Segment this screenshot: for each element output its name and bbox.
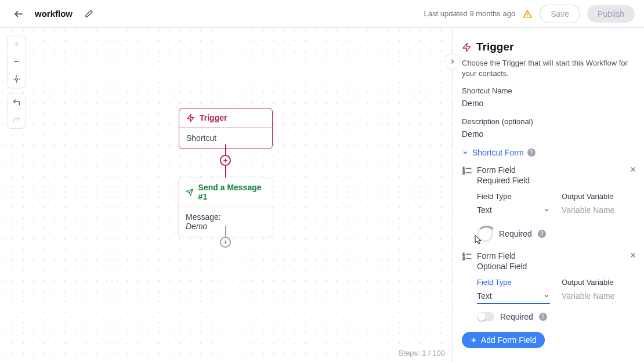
form-field-row: Field Type Text Output Variable Variable…: [462, 192, 635, 218]
zoom-tools: [7, 35, 26, 88]
output-var-col: Output Variable Variable Name: [562, 192, 635, 218]
undo-icon: [12, 98, 21, 107]
send-icon: [186, 188, 194, 197]
form-field-card-1: 12 Form Field Optional Field Field Type …: [462, 249, 635, 328]
add-form-field-button[interactable]: Add Form Field: [462, 332, 545, 348]
crosshair-icon: [12, 75, 21, 84]
required-label: Required: [500, 312, 533, 321]
form-field-subtitle[interactable]: Required Field: [477, 176, 635, 185]
back-button[interactable]: [9, 5, 28, 23]
publish-button[interactable]: Publish: [587, 5, 635, 23]
redo-button[interactable]: [8, 111, 25, 128]
required-toggle-row: Required ?: [462, 226, 635, 242]
remove-field-button[interactable]: [629, 165, 637, 173]
output-var-input[interactable]: Variable Name: [562, 289, 635, 303]
last-updated: Last updated 9 months ago: [424, 9, 516, 18]
history-tools: [7, 93, 26, 129]
description-field: Description (optional) Demo: [462, 117, 635, 141]
redo-icon: [12, 115, 21, 124]
output-var-input[interactable]: Variable Name: [562, 203, 635, 218]
help-icon[interactable]: ?: [527, 149, 536, 157]
plus-icon: [222, 239, 229, 245]
svg-text:1: 1: [463, 252, 465, 256]
pencil-icon: [85, 9, 93, 18]
help-icon[interactable]: ?: [538, 230, 546, 238]
message-label: Message:: [186, 212, 221, 222]
steps-label: Steps:: [399, 349, 420, 357]
panel-header: Trigger: [462, 28, 635, 58]
workflow-title: workflow: [35, 9, 73, 19]
rename-button[interactable]: [79, 5, 98, 23]
close-icon: [629, 165, 637, 173]
steps-current: 1: [422, 349, 426, 357]
minus-icon: [12, 57, 20, 66]
plus-icon: [222, 157, 229, 164]
panel-title: Trigger: [476, 41, 513, 53]
chevron-down-icon: [543, 207, 550, 213]
trigger-node[interactable]: Trigger Shortcut: [179, 108, 273, 149]
warning-icon[interactable]: [522, 9, 533, 19]
field-type-label: Field Type: [477, 192, 550, 201]
list-icon: 12: [462, 165, 472, 176]
shortcut-form-section-header[interactable]: Shortcut Form ?: [462, 148, 635, 157]
zoom-in-button[interactable]: [8, 35, 25, 53]
trigger-node-title: Trigger: [200, 113, 227, 122]
required-label: Required: [499, 229, 532, 238]
field-type-select[interactable]: Text: [477, 289, 550, 304]
field-type-col: Field Type Text: [477, 278, 550, 304]
main-area: Trigger Shortcut Send a Message #1 Messa…: [0, 28, 644, 362]
bolt-icon: [462, 42, 472, 52]
add-step-end-button[interactable]: [220, 237, 231, 248]
save-button[interactable]: Save: [540, 5, 580, 23]
form-field-row: Field Type Text Output Variable Variable…: [462, 278, 635, 304]
field-type-select[interactable]: Text: [477, 203, 550, 218]
arrow-left-icon: [13, 9, 24, 19]
form-field-card-0: 12 Form Field Required Field Field Type …: [462, 163, 635, 249]
shortcut-name-input[interactable]: Demo: [462, 97, 635, 110]
fit-view-button[interactable]: [8, 70, 25, 88]
section-title: Shortcut Form: [472, 148, 524, 157]
add-step-button[interactable]: [220, 155, 231, 166]
canvas-tools: [7, 35, 26, 129]
form-field-subtitle[interactable]: Optional Field: [477, 262, 635, 271]
form-field-title: Form Field: [477, 165, 635, 175]
trigger-node-header: Trigger: [179, 108, 272, 128]
description-input[interactable]: Demo: [462, 128, 635, 141]
svg-text:1: 1: [463, 166, 465, 171]
message-node-header: Send a Message #1: [179, 178, 273, 207]
svg-text:2: 2: [463, 256, 465, 260]
canvas[interactable]: Trigger Shortcut Send a Message #1 Messa…: [0, 28, 453, 362]
svg-marker-9: [187, 114, 194, 122]
svg-point-4: [15, 78, 17, 80]
collapse-panel-button[interactable]: [444, 53, 461, 70]
chevron-down-icon: [462, 149, 469, 156]
output-var-label: Output Variable: [562, 192, 635, 201]
svg-marker-16: [463, 43, 471, 51]
steps-counter: Steps: 1 / 100: [399, 349, 445, 357]
plus-icon: [12, 40, 20, 48]
close-icon: [629, 251, 637, 259]
output-var-placeholder: Variable Name: [562, 291, 615, 301]
steps-sep: /: [428, 349, 430, 357]
message-node-title: Send a Message #1: [198, 183, 266, 201]
help-icon[interactable]: ?: [539, 313, 547, 321]
zoom-out-button[interactable]: [8, 53, 25, 70]
topbar: workflow Last updated 9 months ago Save …: [0, 0, 644, 28]
field-type-col: Field Type Text: [477, 192, 550, 218]
required-toggle-loading[interactable]: [477, 226, 493, 242]
description-label: Description (optional): [462, 117, 635, 126]
output-var-col: Output Variable Variable Name: [562, 278, 635, 304]
list-icon: 12: [462, 251, 472, 262]
required-toggle[interactable]: [477, 312, 494, 321]
add-form-field-label: Add Form Field: [481, 335, 537, 345]
form-field-header: 12 Form Field Required Field: [462, 165, 635, 185]
side-panel: Trigger Choose the Trigger that will sta…: [453, 28, 644, 362]
plus-icon: [470, 336, 477, 344]
form-field-header: 12 Form Field Optional Field: [462, 251, 635, 271]
field-type-label: Field Type: [477, 278, 550, 287]
undo-button[interactable]: [8, 93, 25, 111]
remove-field-button[interactable]: [629, 251, 637, 259]
output-var-placeholder: Variable Name: [562, 205, 615, 215]
message-value: Demo: [186, 222, 207, 231]
chevron-right-icon: [448, 57, 457, 66]
